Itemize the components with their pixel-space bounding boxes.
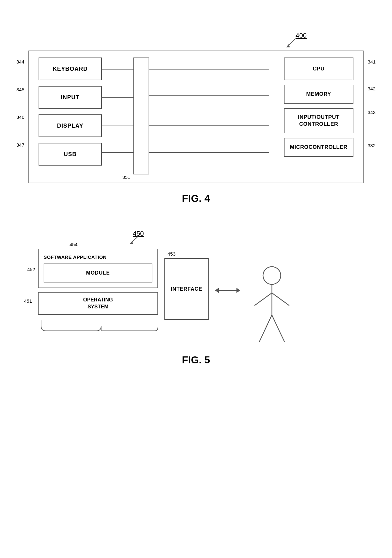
keyboard-box: KEYBOARD <box>39 58 102 80</box>
cpu-box: CPU <box>284 58 353 80</box>
input-box: INPUT <box>39 86 102 109</box>
memory-box: MEMORY <box>284 85 353 104</box>
usb-box: USB <box>39 143 102 166</box>
microcontroller-box: MICROCONTROLLER <box>284 138 353 157</box>
fig5-section: 450 454 SOFTWARE APPLICATION <box>19 230 373 366</box>
connector-usb <box>102 152 134 153</box>
fig4-bus <box>133 58 149 174</box>
connector-cpu <box>149 69 269 70</box>
fig5-software-app-box: SOFTWARE APPLICATION 452 MODULE <box>38 249 158 288</box>
svg-line-10 <box>272 293 289 306</box>
fig5-ref-451: 451 <box>24 298 32 304</box>
svg-line-11 <box>259 315 272 342</box>
ref-344: 344 <box>16 59 24 64</box>
display-box: DISPLAY <box>39 114 102 137</box>
connector-keyboard <box>102 69 134 70</box>
fig5-main-row: 454 SOFTWARE APPLICATION 452 MODULE <box>38 249 354 348</box>
page: 400 344 345 346 347 341 342 343 332 <box>0 0 392 558</box>
fig5-software-app-label: SOFTWARE APPLICATION <box>44 254 152 260</box>
fig5-os-wrapper: 451 OPERATING SYSTEM <box>38 292 158 315</box>
fig4-ref-343: 343 <box>368 110 376 115</box>
svg-line-12 <box>272 315 285 342</box>
connector-display <box>102 125 134 125</box>
fig5-module-wrapper: 452 MODULE <box>44 264 152 282</box>
fig4-arrow-icon <box>286 39 299 49</box>
ref-345: 345 <box>16 87 24 92</box>
connector-memory <box>149 95 269 96</box>
fig4-ref-351: 351 <box>122 174 130 180</box>
fig5-ref-453: 453 <box>168 251 175 257</box>
fig5-os-box: OPERATING SYSTEM <box>38 292 158 315</box>
fig4-ref-346: 346 <box>16 114 24 120</box>
connector-input <box>102 97 134 98</box>
io-controller-box: INPUT/OUTPUT CONTROLLER <box>284 108 353 133</box>
fig4-section: 400 344 345 346 347 341 342 343 332 <box>19 32 373 204</box>
fig4-reference-label: 400 <box>296 32 307 39</box>
fig5-interface-wrapper: 453 INTERFACE <box>164 258 209 320</box>
fig4-ref-347: 347 <box>16 142 24 148</box>
fig5-ref-454: 454 <box>70 242 77 247</box>
fig5-caption: FIG. 5 <box>19 354 373 366</box>
fig4-caption: FIG. 4 <box>19 193 373 204</box>
fig5-bidirectional-arrow <box>215 287 240 294</box>
connector-io <box>149 125 269 126</box>
fig5-interface-box: INTERFACE <box>164 258 209 320</box>
fig4-outer-box: 344 345 346 347 341 342 343 332 KEYBOARD… <box>28 51 364 183</box>
fig4-ref-332: 332 <box>368 143 376 148</box>
connector-micro <box>149 152 269 153</box>
fig5-arrow-icon <box>130 236 141 246</box>
svg-line-9 <box>254 293 272 306</box>
svg-marker-6 <box>236 288 240 293</box>
svg-point-7 <box>263 267 281 284</box>
fig4-ref-341: 341 <box>368 59 376 64</box>
fig5-ref-452: 452 <box>27 267 35 272</box>
person-figure <box>247 264 297 348</box>
fig4-ref-342: 342 <box>368 86 376 91</box>
fig4-right-column: CPU MEMORY INPUT/OUTPUT CONTROLLER MICRO… <box>284 58 353 157</box>
fig5-module-box: MODULE <box>44 264 152 282</box>
fig5-brace <box>38 320 158 334</box>
fig5-left-system: 454 SOFTWARE APPLICATION 452 MODULE <box>38 249 158 334</box>
fig4-left-column: KEYBOARD INPUT DISPLAY USB <box>39 58 102 166</box>
